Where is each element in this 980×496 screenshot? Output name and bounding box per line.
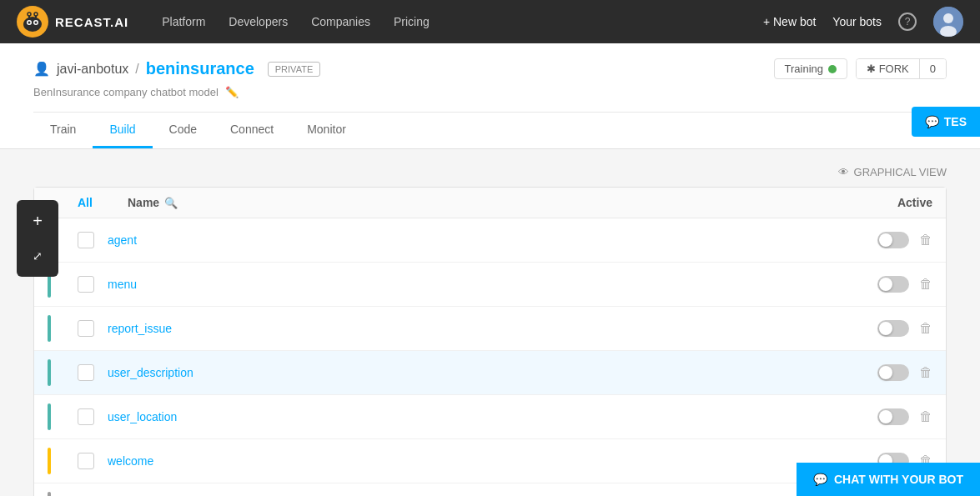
tab-build[interactable]: Build bbox=[93, 113, 152, 148]
fork-count: 0 bbox=[920, 59, 946, 78]
toggle-4[interactable] bbox=[877, 408, 909, 425]
intent-name-3[interactable]: user_description bbox=[108, 366, 832, 379]
table-header: All Name 🔍 Active bbox=[34, 188, 946, 218]
header-right: Training ✱ FORK 0 bbox=[774, 58, 947, 79]
row-actions-3: 🗑 bbox=[832, 364, 932, 381]
delete-icon-1[interactable]: 🗑 bbox=[919, 277, 932, 292]
graphical-view-label: GRAPHICAL VIEW bbox=[854, 166, 947, 178]
main-content: 👁 GRAPHICAL VIEW All Name 🔍 Active agent… bbox=[0, 149, 980, 496]
delete-icon-4[interactable]: 🗑 bbox=[919, 409, 932, 424]
breadcrumb-bot[interactable]: beninsurance bbox=[146, 59, 254, 78]
tab-monitor[interactable]: Monitor bbox=[290, 113, 363, 148]
fork-button[interactable]: ✱ FORK 0 bbox=[856, 58, 947, 79]
nav-developers[interactable]: Developers bbox=[229, 15, 288, 28]
delete-icon-3[interactable]: 🗑 bbox=[919, 365, 932, 380]
fork-label[interactable]: ✱ FORK bbox=[857, 59, 920, 78]
row-actions-2: 🗑 bbox=[832, 320, 932, 337]
add-button[interactable]: + bbox=[23, 207, 52, 235]
table-row: report_issue 🗑 bbox=[34, 307, 946, 351]
svg-point-1 bbox=[23, 17, 42, 32]
intent-name-0[interactable]: agent bbox=[108, 233, 832, 247]
chat-bubble-icon: 💬 bbox=[925, 115, 939, 128]
nav-pricing[interactable]: Pricing bbox=[394, 15, 430, 28]
intent-name-2[interactable]: report_issue bbox=[108, 322, 832, 335]
delete-icon-0[interactable]: 🗑 bbox=[919, 233, 932, 248]
eye-icon: 👁 bbox=[838, 166, 849, 178]
intent-color-bar bbox=[48, 448, 51, 474]
svg-point-5 bbox=[35, 22, 38, 24]
chat-icon: 💬 bbox=[813, 473, 827, 486]
svg-point-4 bbox=[28, 22, 31, 24]
logo-icon bbox=[17, 6, 48, 38]
row-check-3 bbox=[48, 359, 78, 386]
tabs-row: Train Build Code Connect Monitor ⚙ bbox=[33, 112, 947, 148]
tab-connect[interactable]: Connect bbox=[214, 113, 290, 148]
row-actions-4: 🗑 bbox=[832, 408, 932, 425]
edit-icon[interactable]: ✏️ bbox=[225, 86, 239, 98]
graphical-view-button[interactable]: 👁 GRAPHICAL VIEW bbox=[838, 166, 947, 178]
float-toolbar: + ⤢ bbox=[17, 200, 58, 277]
toggle-2[interactable] bbox=[877, 320, 909, 337]
description-row: BenInsurance company chatbot model ✏️ bbox=[33, 86, 947, 103]
logo-text: RECAST.AI bbox=[55, 15, 128, 29]
intent-color-bar bbox=[48, 315, 51, 342]
intent-color-bar bbox=[48, 492, 51, 496]
row-actions-0: 🗑 bbox=[832, 232, 932, 248]
nav-companies[interactable]: Companies bbox=[311, 15, 370, 28]
row-check-2 bbox=[48, 315, 78, 342]
training-dot bbox=[828, 65, 837, 73]
intent-color-bar bbox=[48, 403, 51, 430]
intent-checkbox-4[interactable] bbox=[78, 408, 94, 425]
table-row: menu 🗑 bbox=[34, 263, 946, 307]
intent-checkbox-0[interactable] bbox=[78, 232, 94, 248]
intent-name-1[interactable]: menu bbox=[108, 278, 832, 291]
breadcrumb-user[interactable]: javi-anbotux bbox=[57, 62, 128, 77]
chat-button[interactable]: 💬 CHAT WITH YOUR BOT bbox=[797, 463, 980, 496]
row-check-5 bbox=[48, 448, 78, 474]
intent-color-bar bbox=[48, 359, 51, 386]
logo[interactable]: RECAST.AI bbox=[17, 6, 128, 38]
toggle-0[interactable] bbox=[877, 232, 909, 248]
private-badge: PRIVATE bbox=[268, 62, 320, 77]
help-button[interactable]: ? bbox=[898, 13, 917, 31]
tab-code[interactable]: Code bbox=[153, 113, 214, 148]
toggle-3[interactable] bbox=[877, 364, 909, 381]
tab-train[interactable]: Train bbox=[33, 113, 93, 148]
test-label: TES bbox=[944, 115, 967, 128]
intent-checkbox-2[interactable] bbox=[78, 320, 94, 337]
new-bot-button[interactable]: + New bot bbox=[763, 15, 816, 28]
toggle-1[interactable] bbox=[877, 276, 909, 293]
intent-rows: agent 🗑 menu 🗑 report_issue 🗑 user_descr… bbox=[34, 218, 946, 496]
intents-table: All Name 🔍 Active agent 🗑 menu 🗑 bbox=[33, 187, 947, 496]
intent-checkbox-5[interactable] bbox=[78, 453, 94, 469]
intent-checkbox-1[interactable] bbox=[78, 276, 94, 293]
chat-label: CHAT WITH YOUR BOT bbox=[834, 473, 963, 486]
table-row: user_location 🗑 bbox=[34, 395, 946, 439]
svg-point-8 bbox=[28, 13, 31, 16]
intent-name-4[interactable]: user_location bbox=[108, 410, 832, 423]
col-name-label: Name 🔍 bbox=[128, 196, 832, 209]
breadcrumb-separator: / bbox=[135, 62, 138, 77]
training-label: Training bbox=[785, 63, 823, 75]
avatar[interactable] bbox=[933, 7, 963, 37]
your-bots-button[interactable]: Your bots bbox=[832, 15, 882, 28]
delete-icon-2[interactable]: 🗑 bbox=[919, 321, 932, 336]
row-check-4 bbox=[48, 403, 78, 430]
svg-point-11 bbox=[943, 13, 953, 23]
intent-checkbox-3[interactable] bbox=[78, 364, 94, 381]
test-button[interactable]: 💬 TES bbox=[912, 107, 980, 137]
table-row: agent 🗑 bbox=[34, 218, 946, 263]
col-all-label[interactable]: All bbox=[78, 196, 128, 209]
training-status: Training bbox=[774, 58, 847, 79]
intent-name-5[interactable]: welcome bbox=[108, 454, 832, 468]
user-icon: 👤 bbox=[33, 61, 50, 77]
breadcrumb: 👤 javi-anbotux / beninsurance PRIVATE bbox=[33, 59, 320, 78]
breadcrumb-row: 👤 javi-anbotux / beninsurance PRIVATE Tr… bbox=[33, 58, 947, 79]
page-header: 👤 javi-anbotux / beninsurance PRIVATE Tr… bbox=[0, 43, 980, 149]
col-active-label: Active bbox=[832, 196, 932, 209]
nav-platform[interactable]: Platform bbox=[162, 15, 205, 28]
expand-button[interactable]: ⤢ bbox=[23, 242, 52, 270]
svg-point-9 bbox=[34, 13, 38, 16]
name-search-icon[interactable]: 🔍 bbox=[164, 197, 178, 209]
nav-right: + New bot Your bots ? bbox=[763, 7, 963, 37]
